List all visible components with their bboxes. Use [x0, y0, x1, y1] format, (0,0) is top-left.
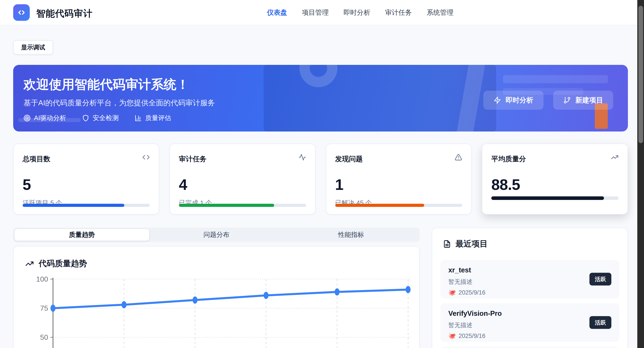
stat-card-total-projects: 总项目数 5 活跃项目 5 个	[13, 144, 159, 214]
list-item-partial[interactable]	[440, 347, 620, 348]
feature-label: 质量评估	[145, 114, 171, 122]
nav-item-instant-analysis[interactable]: 即时分析	[344, 8, 370, 17]
zap-icon	[494, 96, 501, 104]
octopus-emoji-icon: 🐙	[448, 332, 456, 340]
feature-label: 安全检测	[92, 114, 118, 122]
status-badge: 活跃	[590, 316, 611, 329]
instant-analysis-button[interactable]: 即时分析	[484, 91, 544, 110]
target-icon	[24, 114, 31, 122]
banner-actions: 即时分析 新建项目	[484, 91, 613, 110]
feature-ai-analysis: AI驱动分析	[24, 114, 66, 122]
stat-card-audit-tasks: 审计任务 4 已完成 1 个	[170, 144, 316, 214]
project-date-row: 🐙 2025/9/16	[448, 289, 611, 296]
nav-item-audit-tasks[interactable]: 审计任务	[385, 8, 412, 17]
stat-progress-track	[179, 204, 306, 207]
code-brackets-icon	[16, 8, 26, 18]
stat-cards-row: 总项目数 5 活跃项目 5 个 审计任务 4 已完成 1 个 发现问题 1	[13, 144, 628, 214]
file-text-icon	[443, 240, 451, 248]
quality-trend-chart-card: 代码质量趋势 1007550	[13, 246, 420, 348]
status-badge: 活跃	[590, 273, 611, 286]
page-scrollbar-thumb[interactable]	[638, 6, 643, 143]
stat-value: 5	[22, 176, 31, 193]
banner-decor-streak	[456, 65, 486, 132]
recent-projects-title: 最近项目	[456, 238, 488, 249]
nav-item-dashboard[interactable]: 仪表盘	[267, 8, 287, 17]
list-item[interactable]: VerifyVision-Pro 暂无描述 🐙 2025/9/16 活跃	[440, 303, 620, 342]
stat-progress-track	[22, 204, 150, 207]
chart-tabs: 质量趋势 问题分布 性能指标	[13, 228, 420, 242]
feature-security: 安全检测	[82, 114, 118, 122]
banner-features: AI驱动分析 安全检测 质量评估	[24, 114, 171, 122]
project-name: VerifyVision-Pro	[448, 310, 611, 318]
banner-decor-line	[503, 75, 608, 83]
stat-card-issues-found: 发现问题 1 已解决 45 个	[326, 144, 472, 214]
show-debug-button[interactable]: 显示调试	[13, 40, 53, 54]
octopus-emoji-icon: 🐙	[448, 289, 456, 296]
git-branch-icon	[563, 96, 571, 104]
new-project-button[interactable]: 新建项目	[553, 91, 613, 110]
stat-card-avg-quality-score: 平均质量分 88.5	[482, 144, 628, 214]
project-date-row: 🐙 2025/9/16	[448, 332, 611, 340]
recent-projects-card: 最近项目 xr_test 暂无描述 🐙 2025/9/16 活跃 VerifyV…	[432, 228, 628, 348]
project-date: 2025/9/16	[459, 289, 486, 296]
banner-decor-panel	[264, 65, 496, 132]
quality-trend-line-chart: 1007550	[20, 276, 414, 348]
stat-progress-fill	[335, 204, 424, 207]
stat-title: 审计任务	[179, 154, 206, 164]
chart-header: 代码质量趋势	[25, 258, 87, 269]
svg-text:100: 100	[36, 276, 48, 283]
page-scrollbar-track[interactable]	[637, 0, 644, 348]
stat-title: 平均质量分	[491, 154, 526, 164]
trending-up-icon	[611, 154, 618, 161]
nav-item-projects[interactable]: 项目管理	[302, 8, 329, 17]
stat-title: 发现问题	[335, 154, 363, 164]
list-item[interactable]: xr_test 暂无描述 🐙 2025/9/16 活跃	[440, 260, 620, 298]
tab-quality-trend[interactable]: 质量趋势	[14, 229, 149, 241]
project-description: 暂无描述	[448, 278, 611, 286]
banner-decor-donut	[300, 65, 338, 87]
project-name: xr_test	[448, 266, 611, 274]
stat-progress-fill	[491, 196, 604, 200]
banner-subtitle: 基于AI的代码质量分析平台，为您提供全面的代码审计服务	[24, 98, 215, 108]
feature-quality: 质量评估	[134, 114, 171, 122]
trending-up-icon	[25, 260, 34, 268]
stat-title: 总项目数	[22, 154, 50, 164]
stat-progress-track	[491, 196, 618, 200]
svg-text:75: 75	[40, 304, 48, 312]
project-description: 暂无描述	[448, 321, 611, 329]
stat-progress-fill	[179, 204, 274, 207]
app-title: 智能代码审计	[36, 8, 92, 20]
recent-projects-header: 最近项目	[443, 238, 488, 249]
activity-icon	[298, 154, 306, 161]
banner-title: 欢迎使用智能代码审计系统！	[24, 76, 189, 93]
project-date: 2025/9/16	[459, 332, 486, 340]
main-nav: 仪表盘 项目管理 即时分析 审计任务 系统管理	[267, 0, 454, 25]
shield-icon	[82, 114, 89, 122]
tab-performance-metrics[interactable]: 性能指标	[284, 229, 418, 241]
button-label: 新建项目	[575, 96, 603, 105]
alert-triangle-icon	[454, 154, 462, 161]
stat-progress-track	[335, 204, 462, 207]
chart-title: 代码质量趋势	[39, 258, 87, 269]
app-header: 智能代码审计 仪表盘 项目管理 即时分析 审计任务 系统管理	[0, 0, 644, 25]
svg-text:50: 50	[40, 333, 48, 341]
stat-value: 1	[335, 176, 344, 193]
bar-chart-icon	[134, 114, 142, 122]
nav-item-system-admin[interactable]: 系统管理	[427, 8, 454, 17]
button-label: 即时分析	[506, 96, 533, 105]
stat-value: 4	[179, 176, 187, 193]
welcome-banner: 欢迎使用智能代码审计系统！ 基于AI的代码质量分析平台，为您提供全面的代码审计服…	[13, 65, 628, 132]
stat-progress-fill	[22, 204, 124, 207]
feature-label: AI驱动分析	[34, 114, 66, 122]
project-list: xr_test 暂无描述 🐙 2025/9/16 活跃 VerifyVision…	[440, 260, 620, 348]
app-logo	[13, 4, 30, 21]
tab-issue-distribution[interactable]: 问题分布	[149, 229, 284, 241]
stat-value: 88.5	[491, 176, 520, 193]
code-icon	[142, 154, 150, 161]
